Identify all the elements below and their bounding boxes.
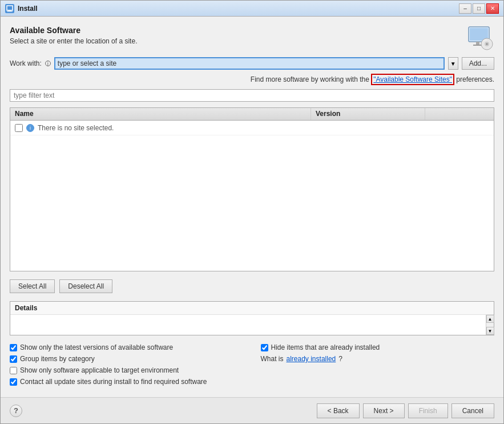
- software-table: Name Version i There is no site selected…: [10, 107, 494, 271]
- scroll-up-arrow[interactable]: ▲: [486, 315, 494, 323]
- cancel-button[interactable]: Cancel: [451, 403, 494, 418]
- option-item-3: Group items by category: [10, 355, 244, 363]
- window-title: Install: [18, 5, 459, 13]
- window-icon: [5, 4, 14, 13]
- info-icon[interactable]: i: [45, 61, 51, 66]
- option-label-1: Show only the latest versions of availab…: [20, 343, 173, 351]
- main-content: Available Software Select a site or ente…: [1, 17, 503, 397]
- select-all-button[interactable]: Select All: [10, 279, 55, 293]
- svg-rect-1: [8, 10, 11, 11]
- page-icon: [466, 26, 494, 51]
- details-body: ▲ ▼: [10, 315, 494, 335]
- column-header-name: Name: [10, 108, 311, 120]
- dropdown-arrow[interactable]: ▼: [448, 57, 458, 70]
- row-info-icon: i: [26, 124, 34, 132]
- page-title-area: Available Software Select a site or ente…: [10, 26, 137, 45]
- title-bar: Install – □ ✕: [1, 1, 503, 17]
- option-checkbox-3[interactable]: [10, 355, 17, 363]
- what-is-text: What is: [261, 355, 284, 363]
- option-item-1: Show only the latest versions of availab…: [10, 343, 244, 351]
- option-item-4: Show only software applicable to target …: [10, 366, 494, 374]
- options-section: Show only the latest versions of availab…: [10, 341, 494, 388]
- footer: ? < Back Next > Finish Cancel: [1, 397, 503, 423]
- add-button[interactable]: Add...: [462, 57, 494, 70]
- deselect-all-button[interactable]: Deselect All: [59, 279, 112, 293]
- filter-input[interactable]: [10, 89, 494, 102]
- page-title: Available Software: [10, 26, 137, 35]
- software-sites-text: Find more software by working with the: [251, 75, 369, 83]
- table-row: i There is no site selected.: [10, 121, 494, 135]
- svg-point-9: [486, 43, 488, 45]
- select-deselect-row: Select All Deselect All: [10, 277, 494, 295]
- footer-buttons: < Back Next > Finish Cancel: [317, 403, 494, 418]
- option-checkbox-1[interactable]: [10, 344, 17, 351]
- question-mark: ?: [338, 355, 342, 363]
- maximize-button[interactable]: □: [473, 3, 485, 14]
- software-sites-row: Find more software by working with the "…: [10, 75, 494, 83]
- option-checkbox-5[interactable]: [10, 378, 17, 386]
- option-label-5: Contact all update sites during install …: [20, 378, 207, 386]
- work-with-label: Work with:: [10, 59, 42, 67]
- svg-rect-2: [7, 11, 13, 11]
- option-item-already-installed: What is already installed ?: [261, 355, 495, 363]
- minimize-button[interactable]: –: [459, 3, 471, 14]
- back-button[interactable]: < Back: [317, 403, 360, 418]
- work-with-input[interactable]: [54, 57, 445, 70]
- page-header: Available Software Select a site or ente…: [10, 26, 494, 51]
- options-row-3: Show only software applicable to target …: [10, 366, 494, 374]
- column-header-version: Version: [311, 108, 425, 120]
- row-checkbox[interactable]: [15, 124, 23, 132]
- option-item-2: Hide items that are already installed: [261, 343, 495, 351]
- column-header-extra: [425, 108, 494, 120]
- software-sites-link[interactable]: "Available Software Sites": [371, 74, 454, 85]
- table-body: i There is no site selected.: [10, 121, 494, 271]
- table-header: Name Version: [10, 108, 494, 121]
- option-label-2: Hide items that are already installed: [271, 343, 380, 351]
- window-controls: – □ ✕: [459, 3, 499, 14]
- options-row-2: Group items by category What is already …: [10, 355, 494, 363]
- details-scrollbar: ▲ ▼: [486, 315, 494, 335]
- already-installed-link[interactable]: already installed: [287, 355, 336, 363]
- row-text: There is no site selected.: [38, 124, 114, 132]
- close-button[interactable]: ✕: [486, 3, 499, 14]
- work-with-row: Work with: i ▼ Add...: [10, 57, 494, 70]
- option-checkbox-2[interactable]: [261, 344, 268, 351]
- details-header: Details: [10, 302, 494, 315]
- scroll-down-arrow[interactable]: ▼: [486, 327, 494, 335]
- software-sites-after: preferences.: [456, 75, 494, 83]
- svg-rect-0: [7, 6, 13, 10]
- next-button[interactable]: Next >: [363, 403, 405, 418]
- help-button[interactable]: ?: [10, 405, 22, 417]
- options-row-1: Show only the latest versions of availab…: [10, 343, 494, 351]
- details-section: Details ▲ ▼: [10, 301, 494, 335]
- options-row-4: Contact all update sites during install …: [10, 378, 494, 386]
- finish-button[interactable]: Finish: [408, 403, 448, 418]
- option-label-4: Show only software applicable to target …: [20, 366, 179, 374]
- install-window: Install – □ ✕ Available Software Select …: [0, 0, 504, 424]
- svg-rect-5: [476, 42, 479, 45]
- option-checkbox-4[interactable]: [10, 367, 17, 374]
- option-label-3: Group items by category: [20, 355, 95, 363]
- option-item-5: Contact all update sites during install …: [10, 378, 494, 386]
- page-subtitle: Select a site or enter the location of a…: [10, 37, 137, 45]
